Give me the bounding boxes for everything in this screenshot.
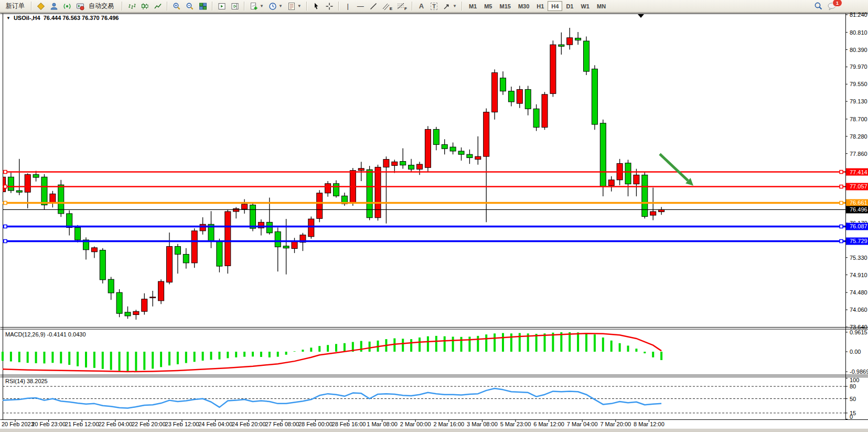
new-chart-button[interactable]: ▼ [248, 1, 266, 12]
auto-trading-icon [76, 2, 84, 10]
search-button[interactable] [812, 1, 825, 12]
svg-text:75.330: 75.330 [850, 255, 867, 261]
timeframe-MN[interactable]: MN [593, 1, 609, 11]
svg-text:6 Mar 12:00: 6 Mar 12:00 [533, 421, 564, 427]
candle [41, 177, 47, 205]
candle [233, 209, 239, 212]
candle [525, 89, 531, 109]
arrows-tool-button[interactable]: ▼ [441, 1, 459, 12]
rsi-label: RSI(14) 38.2025 [5, 378, 48, 384]
svg-text:75.729: 75.729 [850, 238, 867, 244]
tile-windows-icon [199, 2, 207, 10]
crosshair-tool-button[interactable] [323, 1, 336, 12]
candle [492, 72, 498, 112]
horizontal-line-tool-button[interactable]: — [355, 1, 367, 12]
timeframe-M30[interactable]: M30 [515, 1, 533, 11]
candle [417, 164, 423, 169]
timeframe-H1[interactable]: H1 [533, 1, 548, 11]
template-button[interactable]: ▼ [285, 1, 304, 12]
channel-icon [382, 2, 390, 10]
text-tool-button[interactable]: A [415, 1, 427, 12]
candle [67, 214, 72, 228]
candle [475, 156, 481, 159]
fibonacci-icon [397, 2, 404, 10]
new-order-button[interactable]: 新订单 [2, 1, 28, 12]
candle [467, 154, 473, 157]
dropdown-caret-icon: ▼ [297, 4, 302, 8]
candle [500, 78, 506, 91]
svg-text:50: 50 [850, 396, 856, 402]
dropdown-caret-icon: ▼ [260, 4, 264, 8]
svg-text:74.480: 74.480 [850, 289, 867, 296]
toolbar-separator [338, 2, 339, 10]
candle [559, 45, 564, 46]
candle [200, 224, 206, 231]
vertical-line-tool-button[interactable]: | [342, 1, 354, 12]
tile-windows-button[interactable] [197, 1, 209, 12]
timeframe-M1[interactable]: M1 [465, 1, 480, 11]
candle [292, 241, 297, 248]
zoom-out-button[interactable] [184, 1, 196, 12]
candle [175, 247, 180, 255]
zoom-out-icon [186, 2, 194, 10]
svg-text:24 Feb 04:00: 24 Feb 04:00 [198, 421, 232, 427]
candle [158, 281, 164, 301]
cursor-tool-button[interactable] [310, 1, 323, 12]
candle [592, 69, 597, 124]
profile-button[interactable] [48, 1, 60, 12]
period-button[interactable]: ▼ [266, 1, 285, 12]
candle [450, 147, 456, 151]
candlestick-chart-button[interactable] [138, 1, 151, 12]
indicator-window-button[interactable] [216, 1, 228, 12]
chart-title[interactable]: ▼ USOil-,H4 76.444 76.563 76.370 76.496 [6, 15, 119, 21]
auto-trading-button[interactable]: 自动交易 [74, 1, 119, 12]
bar-chart-button[interactable] [125, 1, 138, 12]
text-label-tool-button[interactable]: T [428, 1, 440, 12]
candle [550, 45, 556, 93]
timeframe-group: M1M5M15M30H1H4D1W1MN [465, 1, 609, 11]
candle [600, 123, 606, 187]
candle [317, 193, 323, 219]
timeframe-H4[interactable]: H4 [548, 1, 562, 11]
chat-button[interactable]: 1 [825, 1, 839, 12]
svg-text:28 Feb 16:00: 28 Feb 16:00 [332, 421, 366, 427]
search-icon [814, 2, 823, 10]
candle [125, 312, 131, 316]
svg-text:77.414: 77.414 [850, 169, 867, 175]
fibonacci-tool-button[interactable]: F [395, 1, 409, 12]
svg-text:2 Mar 00:00: 2 Mar 00:00 [400, 421, 431, 427]
candle [367, 170, 372, 218]
svg-text:76.087: 76.087 [850, 223, 867, 229]
svg-text:7 Mar 04:00: 7 Mar 04:00 [567, 421, 598, 427]
candle [150, 297, 156, 298]
text-label-icon: T [431, 3, 437, 10]
svg-text:79.130: 79.130 [850, 98, 867, 104]
svg-text:77.860: 77.860 [850, 151, 867, 157]
svg-text:2 Mar 16:00: 2 Mar 16:00 [433, 421, 464, 427]
channel-tool-button[interactable]: E [380, 1, 394, 12]
candle [533, 109, 539, 127]
chart-canvas[interactable]: 81.24080.81080.39079.97079.55079.13078.7… [0, 0, 868, 432]
candle [91, 248, 97, 252]
line-chart-button[interactable] [152, 1, 164, 12]
candle [242, 204, 248, 209]
candle [659, 209, 665, 212]
timeframe-M15[interactable]: M15 [496, 1, 514, 11]
signals-button[interactable] [61, 1, 73, 12]
dropdown-caret-icon: ▼ [453, 4, 457, 8]
timeframe-M5[interactable]: M5 [480, 1, 496, 11]
candle [116, 292, 122, 313]
svg-text:22 Feb 04:00: 22 Feb 04:00 [98, 421, 132, 427]
chart-menu-icon[interactable]: ▼ [6, 16, 10, 20]
svg-text:100: 100 [850, 377, 859, 383]
timeframe-W1[interactable]: W1 [577, 1, 593, 11]
indicator-window-alt-button[interactable] [229, 1, 241, 12]
horizontal-line-icon: — [357, 3, 364, 9]
candle [392, 162, 398, 165]
candlestick-chart-icon [141, 2, 149, 10]
timeframe-D1[interactable]: D1 [562, 1, 577, 11]
trendline-tool-button[interactable] [367, 1, 380, 12]
zoom-in-button[interactable] [170, 1, 183, 12]
candle [266, 222, 272, 233]
metaeditor-button[interactable] [35, 1, 47, 12]
